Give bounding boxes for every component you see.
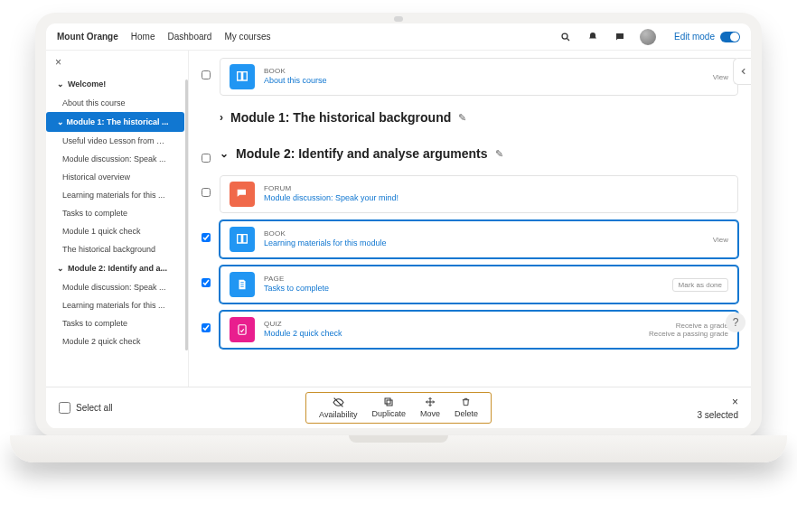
activity-type-label: BOOK xyxy=(264,229,704,238)
bulk-checkbox[interactable] xyxy=(202,184,212,201)
completion-condition: Receive a grade xyxy=(676,322,728,330)
completion-condition: Receive a passing grade xyxy=(649,330,728,338)
sidebar-item[interactable]: Learning materials for this ... xyxy=(46,296,184,314)
help-button[interactable]: ? xyxy=(726,313,745,332)
main-content: BOOK About this course View › Module 1: … xyxy=(189,51,751,387)
sidebar-item[interactable]: Tasks to complete xyxy=(46,204,184,222)
activity-type-label: BOOK xyxy=(264,67,704,76)
avatar[interactable] xyxy=(640,29,656,45)
activity-title-link[interactable]: Module discussion: Speak your mind! xyxy=(264,193,728,204)
sidebar-heading-label: Module 1: The historical ... xyxy=(67,117,169,126)
bulk-move-button[interactable]: Move xyxy=(420,397,440,419)
toggle-on-icon xyxy=(720,32,740,42)
course-index-sidebar: × ⌄Welcome! About this course ⌄ Module 1… xyxy=(46,51,189,387)
bulk-duplicate-button[interactable]: Duplicate xyxy=(371,397,406,419)
activity-action[interactable]: View xyxy=(713,73,728,81)
move-icon xyxy=(425,397,436,407)
activity-row: FORUM Module discussion: Speak your mind… xyxy=(202,175,738,213)
book-icon xyxy=(230,227,255,252)
eye-off-icon xyxy=(333,397,344,408)
sidebar-item[interactable]: Historical overview xyxy=(46,168,184,186)
sidebar-item[interactable]: Useful video Lesson from S... xyxy=(46,132,184,150)
activity-title-link[interactable]: About this course xyxy=(264,76,704,87)
search-icon[interactable] xyxy=(558,30,573,44)
activity-type-label: FORUM xyxy=(264,184,728,193)
svg-rect-4 xyxy=(387,400,392,406)
activity-row: QUIZ Module 2 quick check Receive a grad… xyxy=(202,311,738,349)
bulk-checkbox[interactable] xyxy=(202,67,212,83)
bulk-checkbox[interactable] xyxy=(202,320,212,336)
trash-icon xyxy=(461,397,471,407)
nav-dashboard[interactable]: Dashboard xyxy=(167,32,211,42)
activity-row: BOOK About this course View xyxy=(202,58,738,96)
pencil-icon[interactable]: ✎ xyxy=(495,148,503,160)
close-bulk-icon[interactable]: × xyxy=(732,396,738,408)
svg-rect-5 xyxy=(385,398,390,404)
mark-done-button[interactable]: Mark as done xyxy=(672,278,728,292)
section-title: Module 1: The historical background xyxy=(230,110,451,125)
chevron-down-icon: ⌄ xyxy=(57,264,64,273)
activity-action[interactable]: View xyxy=(713,236,728,244)
sidebar-item[interactable]: Module discussion: Speak ... xyxy=(46,150,184,168)
section-title: Module 2: Identify and analyse arguments xyxy=(236,146,488,161)
close-icon[interactable]: × xyxy=(46,56,188,74)
svg-rect-2 xyxy=(239,325,246,335)
sidebar-heading-label: Module 2: Identify and a... xyxy=(68,264,167,273)
copy-icon xyxy=(383,397,394,407)
activity-row: BOOK Learning materials for this module … xyxy=(202,220,738,258)
chevron-down-icon: ⌄ xyxy=(57,79,64,89)
bulk-delete-button[interactable]: Delete xyxy=(455,397,478,419)
chevron-down-icon: ⌄ xyxy=(57,117,64,126)
activity-card-book[interactable]: BOOK About this course View xyxy=(220,58,738,96)
activity-card-page[interactable]: PAGE Tasks to complete Mark as done xyxy=(220,266,738,303)
brand-name[interactable]: Mount Orange xyxy=(57,32,118,42)
drawer-toggle[interactable] xyxy=(733,58,751,85)
top-nav: Mount Orange Home Dashboard My courses E… xyxy=(46,23,751,51)
svg-point-0 xyxy=(562,33,567,39)
activity-type-label: PAGE xyxy=(264,275,663,284)
book-icon xyxy=(230,64,255,89)
activity-card-quiz[interactable]: QUIZ Module 2 quick check Receive a grad… xyxy=(220,311,738,349)
bulk-checkbox[interactable] xyxy=(202,150,212,166)
activity-type-label: QUIZ xyxy=(264,320,640,329)
sidebar-section-module2[interactable]: ⌄Module 2: Identify and a... xyxy=(46,258,184,278)
sidebar-item[interactable]: Module discussion: Speak ... xyxy=(46,278,184,296)
scrollbar[interactable] xyxy=(185,79,188,350)
quiz-icon xyxy=(230,317,255,342)
activity-title-link[interactable]: Tasks to complete xyxy=(264,284,663,294)
activity-row: PAGE Tasks to complete Mark as done xyxy=(202,266,738,303)
select-all-label: Select all xyxy=(76,403,113,413)
svg-line-1 xyxy=(567,38,569,41)
activity-title-link[interactable]: Module 2 quick check xyxy=(264,329,640,340)
bulk-action-label: Delete xyxy=(455,409,478,418)
section-module1[interactable]: › Module 1: The historical background ✎ xyxy=(202,110,738,125)
activity-card-forum[interactable]: FORUM Module discussion: Speak your mind… xyxy=(220,175,738,213)
nav-home[interactable]: Home xyxy=(131,32,155,42)
sidebar-item[interactable]: About this course xyxy=(46,94,184,112)
sidebar-item[interactable]: Module 1 quick check xyxy=(46,222,184,240)
sidebar-section-welcome[interactable]: ⌄Welcome! xyxy=(46,74,184,94)
section-module2[interactable]: ⌄ Module 2: Identify and analyse argumen… xyxy=(202,141,738,166)
nav-mycourses[interactable]: My courses xyxy=(224,32,270,42)
bulk-action-bar: Select all Availability Duplicate xyxy=(46,387,751,428)
bulk-action-label: Availability xyxy=(319,410,357,419)
sidebar-section-module1[interactable]: ⌄ Module 1: The historical ... xyxy=(46,112,184,132)
sidebar-item[interactable]: Learning materials for this ... xyxy=(46,186,184,204)
bulk-availability-button[interactable]: Availability xyxy=(319,397,357,419)
sidebar-item[interactable]: Module 2 quick check xyxy=(46,332,184,350)
bulk-checkbox[interactable] xyxy=(202,275,212,291)
sidebar-item[interactable]: The historical background xyxy=(46,240,184,258)
activity-title-link[interactable]: Learning materials for this module xyxy=(264,238,704,249)
bell-icon[interactable] xyxy=(586,30,600,44)
activity-card-book[interactable]: BOOK Learning materials for this module … xyxy=(220,220,738,258)
bulk-checkbox[interactable] xyxy=(202,229,212,246)
sidebar-item[interactable]: Tasks to complete xyxy=(46,314,184,332)
edit-mode-label: Edit mode xyxy=(674,32,715,42)
bulk-action-label: Move xyxy=(420,409,440,418)
bulk-actions-group: Availability Duplicate Move xyxy=(305,392,492,424)
pencil-icon[interactable]: ✎ xyxy=(458,112,466,124)
select-all-checkbox[interactable]: Select all xyxy=(59,402,113,414)
messages-icon[interactable] xyxy=(613,30,627,44)
forum-icon xyxy=(230,182,255,207)
edit-mode-toggle[interactable]: Edit mode xyxy=(674,32,740,42)
